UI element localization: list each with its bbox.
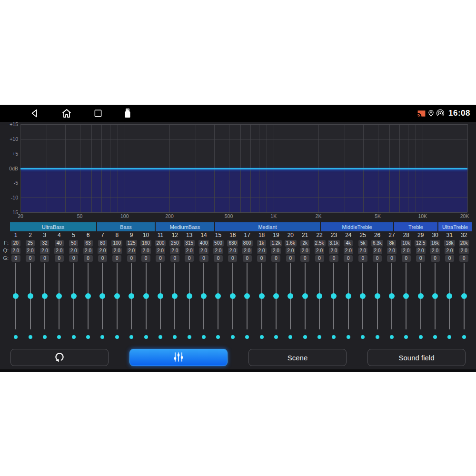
slider-handle-1[interactable] — [13, 293, 19, 299]
gain-chip-10[interactable]: 0 — [141, 255, 150, 262]
band-slider-29[interactable] — [414, 263, 428, 329]
slider-handle-32[interactable] — [461, 293, 467, 299]
q-chip-16[interactable]: 2.0 — [228, 248, 238, 254]
band-slider-17[interactable] — [240, 263, 254, 329]
gain-chip-6[interactable]: 0 — [84, 255, 93, 262]
gain-chip-23[interactable]: 0 — [329, 255, 338, 262]
band-slider-7[interactable] — [95, 263, 109, 329]
frequency-chip-19[interactable]: 1.2k — [270, 240, 282, 247]
band-slider-3[interactable] — [38, 263, 52, 329]
slider-handle-26[interactable] — [375, 293, 380, 299]
gain-chip-3[interactable]: 0 — [40, 255, 49, 262]
gain-chip-17[interactable]: 0 — [243, 255, 252, 262]
band-slider-18[interactable] — [254, 263, 268, 329]
frequency-chip-5[interactable]: 50 — [69, 240, 78, 247]
gain-chip-25[interactable]: 0 — [358, 255, 367, 262]
band-slider-19[interactable] — [269, 263, 283, 329]
frequency-chip-3[interactable]: 32 — [40, 240, 49, 247]
frequency-chip-28[interactable]: 10k — [401, 240, 411, 247]
frequency-chip-29[interactable]: 12.5 — [415, 240, 426, 247]
band-slider-4[interactable] — [52, 263, 66, 329]
q-chip-25[interactable]: 2.0 — [358, 248, 367, 254]
gain-chip-32[interactable]: 0 — [459, 255, 468, 262]
frequency-chip-1[interactable]: 20 — [11, 240, 20, 247]
slider-handle-23[interactable] — [331, 293, 337, 299]
band-slider-11[interactable] — [153, 263, 168, 329]
slider-handle-20[interactable] — [288, 293, 293, 299]
q-chip-13[interactable]: 2.0 — [185, 248, 194, 254]
band-slider-23[interactable] — [327, 263, 341, 329]
q-chip-5[interactable]: 2.0 — [69, 248, 79, 254]
q-chip-11[interactable]: 2.0 — [156, 248, 165, 254]
frequency-chip-4[interactable]: 40 — [55, 240, 64, 247]
band-slider-26[interactable] — [370, 263, 384, 329]
q-chip-6[interactable]: 2.0 — [83, 248, 93, 254]
gain-chip-20[interactable]: 0 — [286, 255, 295, 262]
q-chip-26[interactable]: 2.0 — [373, 248, 382, 254]
gain-chip-27[interactable]: 0 — [387, 255, 396, 262]
q-chip-17[interactable]: 2.0 — [242, 248, 252, 254]
slider-handle-4[interactable] — [56, 293, 62, 299]
frequency-chip-23[interactable]: 3.1k — [328, 240, 340, 247]
band-slider-5[interactable] — [67, 263, 81, 329]
q-chip-12[interactable]: 2.0 — [170, 248, 179, 254]
frequency-chip-7[interactable]: 80 — [98, 240, 107, 247]
gain-chip-15[interactable]: 0 — [214, 255, 223, 262]
slider-handle-14[interactable] — [201, 293, 207, 299]
gain-chip-5[interactable]: 0 — [69, 255, 78, 262]
gain-chip-30[interactable]: 0 — [431, 255, 440, 262]
slider-handle-18[interactable] — [259, 293, 265, 299]
q-chip-21[interactable]: 2.0 — [300, 248, 310, 254]
q-chip-24[interactable]: 2.0 — [344, 248, 353, 254]
band-slider-16[interactable] — [226, 263, 240, 329]
band-slider-24[interactable] — [341, 263, 356, 329]
q-chip-8[interactable]: 2.0 — [112, 248, 122, 254]
gain-chip-21[interactable]: 0 — [300, 255, 309, 262]
slider-handle-9[interactable] — [129, 293, 134, 299]
slider-handle-19[interactable] — [273, 293, 279, 299]
gain-chip-16[interactable]: 0 — [228, 255, 237, 262]
gain-chip-22[interactable]: 0 — [315, 255, 324, 262]
frequency-chip-15[interactable]: 500 — [213, 240, 224, 247]
band-slider-21[interactable] — [298, 263, 312, 329]
q-chip-22[interactable]: 2.0 — [315, 248, 324, 254]
q-chip-20[interactable]: 2.0 — [286, 248, 295, 254]
frequency-chip-2[interactable]: 25 — [26, 240, 35, 247]
q-chip-32[interactable]: 2.0 — [459, 248, 469, 254]
band-slider-1[interactable] — [9, 263, 23, 329]
band-slider-31[interactable] — [442, 263, 456, 329]
gain-chip-9[interactable]: 0 — [127, 255, 136, 262]
sound-field-button[interactable]: Sound field — [367, 349, 466, 366]
band-slider-10[interactable] — [139, 263, 153, 329]
slider-handle-29[interactable] — [418, 293, 424, 299]
frequency-chip-22[interactable]: 2.5k — [314, 240, 326, 247]
frequency-chip-27[interactable]: 8k — [387, 240, 396, 247]
band-slider-9[interactable] — [124, 263, 139, 329]
q-chip-9[interactable]: 2.0 — [127, 248, 136, 254]
frequency-chip-17[interactable]: 800 — [242, 240, 253, 247]
slider-handle-31[interactable] — [446, 293, 452, 299]
frequency-chip-26[interactable]: 6.3k — [371, 240, 383, 247]
gain-chip-1[interactable]: 0 — [11, 255, 20, 262]
slider-handle-28[interactable] — [403, 293, 409, 299]
frequency-chip-20[interactable]: 1.6k — [285, 240, 297, 247]
reset-button[interactable] — [10, 349, 109, 366]
band-slider-13[interactable] — [182, 263, 197, 329]
q-chip-30[interactable]: 2.0 — [430, 248, 440, 254]
gain-chip-28[interactable]: 0 — [402, 255, 411, 262]
band-slider-25[interactable] — [356, 263, 370, 329]
scene-button[interactable]: Scene — [248, 349, 347, 366]
q-chip-27[interactable]: 2.0 — [387, 248, 397, 254]
gain-chip-2[interactable]: 0 — [26, 255, 35, 262]
frequency-chip-12[interactable]: 250 — [169, 240, 180, 247]
frequency-chip-18[interactable]: 1k — [257, 240, 266, 247]
gain-chip-31[interactable]: 0 — [445, 255, 454, 262]
gain-chip-12[interactable]: 0 — [170, 255, 179, 262]
back-icon[interactable] — [30, 108, 40, 119]
frequency-chip-24[interactable]: 4k — [344, 240, 353, 247]
band-slider-30[interactable] — [428, 263, 442, 329]
slider-handle-6[interactable] — [85, 293, 91, 299]
slider-handle-22[interactable] — [317, 293, 322, 299]
gain-chip-7[interactable]: 0 — [98, 255, 107, 262]
slider-handle-7[interactable] — [99, 293, 105, 299]
